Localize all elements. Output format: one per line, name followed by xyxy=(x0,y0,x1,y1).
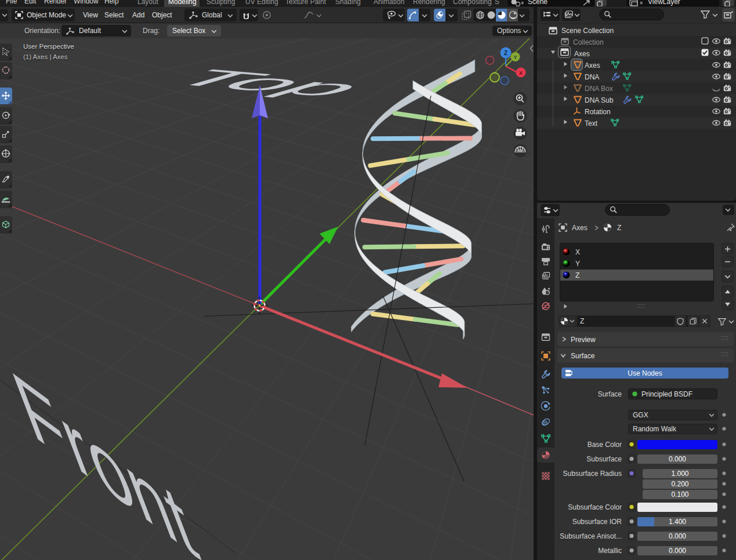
svg-text:Top: Top xyxy=(148,65,391,101)
svg-text:Front: Front xyxy=(0,348,210,560)
svg-text:Y: Y xyxy=(513,54,517,60)
svg-text:Z: Z xyxy=(504,50,507,56)
svg-text:X: X xyxy=(519,70,523,76)
